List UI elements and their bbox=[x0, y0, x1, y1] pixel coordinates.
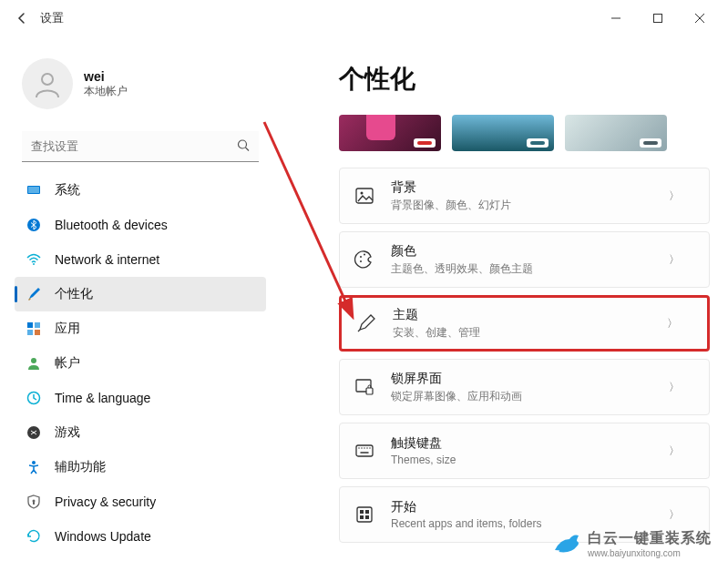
svg-point-16 bbox=[32, 461, 36, 464]
svg-point-2 bbox=[42, 74, 53, 85]
svg-point-21 bbox=[360, 256, 362, 258]
chevron-right-icon: 〉 bbox=[669, 189, 680, 204]
nav-label: 辅助功能 bbox=[55, 459, 106, 475]
brush-icon bbox=[26, 286, 42, 302]
clock-icon bbox=[26, 390, 42, 406]
accent-swatch-2 bbox=[530, 141, 545, 145]
nav-label: 个性化 bbox=[55, 286, 93, 302]
nav-list: 系统 Bluetooth & devices Network & interne… bbox=[15, 173, 266, 554]
nav-item-gaming[interactable]: 游戏 bbox=[15, 415, 266, 450]
svg-rect-18 bbox=[33, 502, 35, 505]
titlebar: 设置 bbox=[0, 0, 728, 36]
svg-rect-25 bbox=[366, 388, 373, 394]
nav-item-apps[interactable]: 应用 bbox=[15, 311, 266, 346]
theme-thumbnail-2[interactable] bbox=[452, 115, 554, 151]
main-content: 个性化 背景 背景图像、颜色、幻灯片 〉 颜色 主题色、透明效果、颜色主题 〉 bbox=[273, 36, 728, 571]
card-subtitle: 背景图像、颜色、幻灯片 bbox=[391, 198, 654, 213]
svg-rect-34 bbox=[360, 510, 364, 514]
search-icon bbox=[237, 139, 250, 155]
theme-thumbnail-1[interactable] bbox=[339, 115, 441, 151]
card-title: 开始 bbox=[391, 499, 654, 515]
card-start[interactable]: 开始 Recent apps and items, folders 〉 bbox=[339, 486, 710, 543]
accent-swatch-3 bbox=[643, 141, 658, 145]
nav-label: Bluetooth & devices bbox=[55, 218, 168, 232]
card-subtitle: Recent apps and items, folders bbox=[391, 517, 654, 530]
svg-point-20 bbox=[361, 192, 364, 195]
chevron-right-icon: 〉 bbox=[669, 507, 680, 523]
user-block[interactable]: wei 本地帐户 bbox=[22, 58, 259, 109]
theme-thumbnails bbox=[339, 115, 710, 151]
nav-item-windows-update[interactable]: Windows Update bbox=[15, 519, 266, 554]
sidebar: wei 本地帐户 系统 Bluetooth & devices Network … bbox=[0, 36, 273, 571]
card-subtitle: 主题色、透明效果、颜色主题 bbox=[391, 261, 654, 277]
search-input[interactable] bbox=[22, 131, 259, 162]
nav-label: Time & language bbox=[55, 391, 150, 405]
svg-point-8 bbox=[33, 263, 35, 265]
nav-item-time-language[interactable]: Time & language bbox=[15, 381, 266, 415]
window-title: 设置 bbox=[40, 10, 64, 26]
lock-screen-icon bbox=[354, 377, 374, 397]
card-lock-screen[interactable]: 锁屏界面 锁定屏幕图像、应用和动画 〉 bbox=[339, 359, 710, 415]
maximize-button[interactable] bbox=[637, 4, 679, 33]
chevron-right-icon: 〉 bbox=[669, 444, 680, 459]
card-colors[interactable]: 颜色 主题色、透明效果、颜色主题 〉 bbox=[339, 231, 710, 288]
card-background[interactable]: 背景 背景图像、颜色、幻灯片 〉 bbox=[339, 168, 710, 224]
svg-point-22 bbox=[364, 254, 365, 256]
svg-rect-1 bbox=[654, 15, 662, 23]
card-title: 锁屏界面 bbox=[391, 371, 654, 387]
system-icon bbox=[26, 182, 42, 199]
nav-label: 应用 bbox=[55, 321, 80, 337]
account-icon bbox=[26, 355, 42, 372]
card-subtitle: 安装、创建、管理 bbox=[393, 325, 652, 341]
shield-icon bbox=[26, 494, 42, 510]
svg-rect-33 bbox=[357, 507, 372, 522]
card-touch-keyboard[interactable]: 触摸键盘 Themes, size 〉 bbox=[339, 423, 710, 479]
image-icon bbox=[354, 186, 374, 206]
svg-rect-9 bbox=[27, 322, 33, 328]
wifi-icon bbox=[26, 251, 42, 268]
nav-label: Privacy & security bbox=[55, 495, 156, 509]
svg-rect-12 bbox=[35, 330, 40, 335]
nav-item-privacy[interactable]: Privacy & security bbox=[15, 484, 266, 519]
nav-label: 系统 bbox=[55, 182, 80, 199]
close-button[interactable] bbox=[679, 4, 721, 33]
nav-item-system[interactable]: 系统 bbox=[15, 173, 266, 208]
pen-icon bbox=[356, 313, 376, 333]
windows-update-icon bbox=[26, 528, 42, 545]
svg-point-23 bbox=[360, 260, 362, 262]
accessibility-icon bbox=[26, 459, 42, 475]
svg-rect-6 bbox=[28, 187, 39, 193]
chevron-right-icon: 〉 bbox=[669, 252, 680, 268]
nav-label: 游戏 bbox=[55, 424, 80, 441]
svg-rect-26 bbox=[356, 445, 373, 456]
page-title: 个性化 bbox=[339, 62, 710, 97]
accent-swatch-1 bbox=[417, 141, 432, 145]
card-subtitle: Themes, size bbox=[391, 454, 654, 466]
start-icon bbox=[354, 505, 374, 525]
nav-label: Network & internet bbox=[55, 252, 159, 267]
minimize-button[interactable] bbox=[595, 4, 637, 33]
svg-rect-37 bbox=[365, 515, 369, 519]
back-button[interactable] bbox=[7, 4, 36, 33]
theme-thumbnail-3[interactable] bbox=[565, 115, 667, 151]
nav-item-accounts[interactable]: 帐户 bbox=[15, 346, 266, 381]
svg-rect-36 bbox=[360, 515, 364, 519]
nav-item-network[interactable]: Network & internet bbox=[15, 242, 266, 277]
chevron-right-icon: 〉 bbox=[667, 316, 678, 331]
gaming-icon bbox=[26, 424, 42, 441]
svg-point-3 bbox=[239, 140, 247, 148]
svg-rect-35 bbox=[365, 510, 369, 514]
svg-point-13 bbox=[31, 358, 36, 363]
nav-item-personalization[interactable]: 个性化 bbox=[15, 277, 266, 311]
card-subtitle: 锁定屏幕图像、应用和动画 bbox=[391, 389, 654, 404]
svg-rect-10 bbox=[35, 322, 40, 328]
user-account-type: 本地帐户 bbox=[84, 84, 128, 99]
user-name: wei bbox=[84, 69, 128, 84]
chevron-right-icon: 〉 bbox=[669, 380, 680, 395]
bluetooth-icon bbox=[26, 217, 42, 233]
card-themes[interactable]: 主题 安装、创建、管理 〉 bbox=[339, 295, 710, 352]
nav-item-accessibility[interactable]: 辅助功能 bbox=[15, 450, 266, 484]
card-title: 触摸键盘 bbox=[391, 435, 654, 452]
nav-item-bluetooth[interactable]: Bluetooth & devices bbox=[15, 208, 266, 242]
svg-line-4 bbox=[246, 148, 250, 151]
